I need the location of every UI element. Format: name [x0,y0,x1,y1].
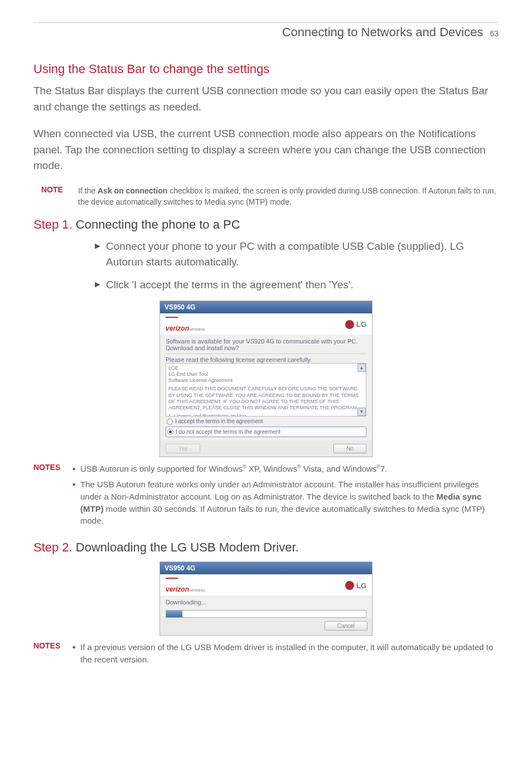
eula-section-text: 1. License and Restrictions on Use. [168,413,364,416]
page-header: Connecting to Networks and Devices 63 [33,22,499,40]
lg-logo: LG [345,581,366,590]
dialog-body: Downloading... [160,595,372,618]
notes-bullet-icon: • [72,463,80,475]
note-text-bold: Ask on connection [98,186,167,195]
notes-bullet-icon: • [72,478,80,527]
notes-bullet-icon: • [72,641,80,666]
dialog-button-row: Yes No [160,440,372,457]
dialog-downloading: VS950 4G verizonwireless LG Downloading.… [159,561,373,636]
notes-label: NOTES [33,463,72,530]
radio-accept[interactable]: I accept the terms in the agreement [166,417,366,427]
scroll-down-icon[interactable]: ▾ [357,408,366,416]
list-item: ▶ Click 'I accept the terms in the agree… [95,277,499,293]
step2-heading: Step 2. Downloading the LG USB Modem Dri… [33,540,499,555]
eula-heading-3: Software License Agreement [168,377,364,384]
eula-heading-1: LGE [168,365,364,371]
yes-button[interactable]: Yes [166,444,200,453]
progress-fill [166,611,182,617]
paragraph-statusbar-2: When connected via USB, the current USB … [33,126,499,174]
radio-reject[interactable]: I do not accept the terms in the agreeme… [166,427,366,438]
notes-text: 7. [380,464,388,473]
list-item: ▶ Connect your phone to your PC with a c… [95,239,499,269]
notes-label: NOTES [33,641,72,669]
notes-text: XP, Windows [246,464,297,473]
dialog-body: Software is available for your VS920 4G … [160,335,372,441]
step1-title: Connecting the phone to a PC [76,217,240,231]
progress-track [166,610,366,618]
radio-icon[interactable] [167,429,173,435]
radio-reject-label: I do not accept the terms in the agreeme… [176,429,280,435]
note-text: If the Ask on connection checkbox is mar… [78,185,499,208]
dialog-header: verizonwireless LG [160,574,372,595]
step1-heading: Step 1. Connecting the phone to a PC [33,217,499,232]
verizon-logo: verizonwireless [166,317,205,332]
step1-label: Step 1. [33,217,76,231]
bullet-text: Click 'I accept the terms in the agreeme… [106,277,354,293]
notes-item: • If a previous version of the LG USB Mo… [72,641,499,666]
no-button[interactable]: No [333,444,366,453]
eula-body-text: PLEASE READ THIS DOCUMENT CAREFULLY BEFO… [168,386,364,411]
notes-items: • If a previous version of the LG USB Mo… [72,641,499,669]
header-page-number: 63 [490,29,499,38]
note-ask-on-connection: NOTE If the Ask on connection checkbox i… [41,185,499,208]
downloading-text: Downloading... [166,599,366,606]
notes-item-text: USB Autorun is only supported for Window… [80,463,387,475]
lg-text: LG [356,582,366,590]
step2-label: Step 2. [33,540,76,554]
progress-bar [166,610,366,618]
lg-text: LG [356,320,366,328]
bullet-icon: ▶ [95,239,106,269]
verizon-text-1: veri [166,325,177,332]
verizon-text-2: zon [177,325,189,332]
notes-item-text: The USB Autorun feature works only under… [80,478,499,527]
dialog-header: verizonwireless LG [160,313,372,335]
bullet-text: Connect your phone to your PC with a com… [106,239,499,269]
notes-item: • USB Autorun is only supported for Wind… [72,463,499,475]
verizon-text-1: veri [166,585,177,593]
radio-icon[interactable] [167,419,173,425]
dialog-button-row: Cancel [160,618,372,635]
step2-title: Downloading the LG USB Modem Driver. [76,540,299,554]
section-heading-statusbar: Using the Status Bar to change the setti… [33,62,499,76]
verizon-wireless-text: wireless [189,588,205,593]
notes-text: Vista, and Windows [301,464,377,473]
notes-item-text: If a previous version of the LG USB Mode… [80,641,499,666]
notes-item: • The USB Autorun feature works only und… [72,478,499,527]
note-label: NOTE [41,185,78,208]
dialog-please-read: Please read the following license agreem… [166,356,366,363]
header-title: Connecting to Networks and Devices [282,25,483,40]
lg-badge-icon [345,320,354,329]
notes-autorun: NOTES • USB Autorun is only supported fo… [33,463,499,530]
eula-textarea[interactable]: LGE LG End User Tool Software License Ag… [166,363,366,417]
dialog-autorun: VS950 4G verizonwireless LG Software is … [159,301,373,458]
notes-text: The USB Autorun feature works only under… [80,480,479,501]
verizon-wireless-text: wireless [189,327,205,332]
dialog-titlebar[interactable]: VS950 4G [160,301,372,313]
dialog-avail-text: Software is available for your VS920 4G … [166,338,366,351]
verizon-text-2: zon [177,585,189,593]
bullet-icon: ▶ [95,277,106,293]
step1-bullets: ▶ Connect your phone to your PC with a c… [95,239,499,293]
scroll-up-icon[interactable]: ▴ [357,364,366,372]
radio-accept-label: I accept the terms in the agreement [175,418,263,424]
lg-logo: LG [345,320,366,329]
eula-heading-2: LG End User Tool [168,371,364,377]
dialog-titlebar[interactable]: VS950 4G [160,562,372,574]
notes-modem-driver: NOTES • If a previous version of the LG … [33,641,499,669]
verizon-logo: verizonwireless [166,578,205,593]
cancel-button[interactable]: Cancel [325,621,367,631]
lg-badge-icon [345,581,354,590]
notes-text: USB Autorun is only supported for Window… [80,464,243,473]
note-text-pre: If the [78,186,98,195]
notes-items: • USB Autorun is only supported for Wind… [72,463,499,530]
paragraph-statusbar-1: The Status Bar displays the current USB … [33,83,499,115]
notes-text: mode within 30 seconds. If Autorun fails… [80,504,485,526]
